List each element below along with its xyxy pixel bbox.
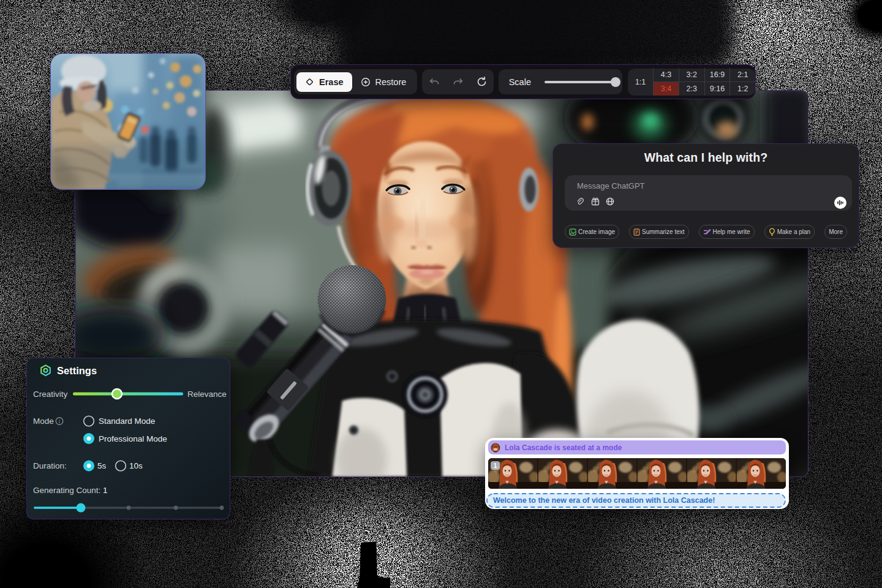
svg-text:5s: 5s: [97, 461, 107, 470]
svg-text:Creativity: Creativity: [33, 390, 68, 399]
svg-text:Standard Mode: Standard Mode: [99, 417, 155, 426]
svg-text:10s: 10s: [129, 461, 143, 470]
svg-text:Settings: Settings: [57, 365, 97, 376]
svg-text:Mode: Mode: [33, 417, 54, 426]
svg-text:i: i: [59, 418, 60, 424]
svg-text:Generating Count:: Generating Count:: [33, 486, 100, 495]
svg-text:Professional Mode: Professional Mode: [99, 434, 167, 443]
svg-text:1: 1: [103, 486, 108, 495]
svg-text:Relevance: Relevance: [187, 390, 227, 399]
svg-text:Duration:: Duration:: [33, 461, 67, 470]
